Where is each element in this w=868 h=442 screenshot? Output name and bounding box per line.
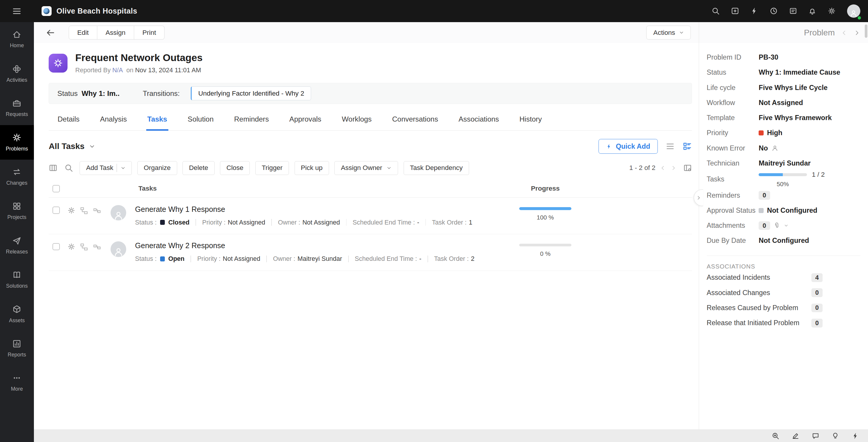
hamburger-menu-icon[interactable] xyxy=(0,6,34,16)
tab-worklogs[interactable]: Worklogs xyxy=(341,109,373,131)
feedback-compose-icon[interactable] xyxy=(792,432,799,440)
sidebar-item-reports[interactable]: Reports xyxy=(0,331,34,365)
task-progress-bar xyxy=(519,207,571,210)
task-owner-avatar xyxy=(111,241,126,257)
chevron-down-icon xyxy=(89,143,95,150)
task-filter-dropdown[interactable]: All Tasks xyxy=(49,142,95,151)
associated-changes-count[interactable]: 0 xyxy=(811,288,823,297)
back-arrow-icon[interactable] xyxy=(45,28,55,38)
detail-view-icon[interactable] xyxy=(683,142,692,151)
history-icon[interactable] xyxy=(770,7,778,15)
edit-button[interactable]: Edit xyxy=(69,26,97,39)
next-record-icon[interactable] xyxy=(854,30,860,36)
tab-analysis[interactable]: Analysis xyxy=(99,109,128,131)
task-dependency-button[interactable]: Task Dependency xyxy=(404,161,469,175)
sidebar-item-changes[interactable]: Changes xyxy=(0,159,34,194)
app-logo[interactable] xyxy=(41,6,52,16)
row-checkbox[interactable] xyxy=(53,207,60,214)
tab-associations[interactable]: Associations xyxy=(458,109,500,131)
task-title[interactable]: Generate Why 2 Response xyxy=(135,241,493,250)
technician-value: Maitreyi Sundar xyxy=(758,159,810,167)
search-icon[interactable] xyxy=(711,7,720,15)
zia-search-icon[interactable] xyxy=(772,432,779,440)
sidebar-item-problems[interactable]: Problems xyxy=(0,125,34,159)
attachments-count-badge[interactable]: 0 xyxy=(758,221,770,230)
subtask-icon[interactable] xyxy=(80,242,88,252)
subtask-icon[interactable] xyxy=(80,206,88,215)
sidebar-item-releases[interactable]: Releases xyxy=(0,228,34,263)
next-page-icon[interactable] xyxy=(671,165,677,171)
add-column-icon[interactable] xyxy=(49,164,58,172)
previous-page-icon[interactable] xyxy=(660,165,666,171)
associated-incidents-count[interactable]: 4 xyxy=(811,273,823,282)
requests-icon xyxy=(12,98,22,108)
pick-up-button[interactable]: Pick up xyxy=(294,161,329,175)
sidebar-item-projects[interactable]: Projects xyxy=(0,194,34,228)
reported-on-value: Nov 13, 2024 11:01 AM xyxy=(135,66,201,74)
tab-history[interactable]: History xyxy=(518,109,543,131)
notifications-bell-icon[interactable] xyxy=(808,7,816,15)
task-settings-gear-icon[interactable] xyxy=(63,241,80,251)
tab-details[interactable]: Details xyxy=(57,109,81,131)
dependency-icon[interactable] xyxy=(93,242,101,252)
dependency-icon[interactable] xyxy=(93,206,101,215)
list-view-icon[interactable] xyxy=(665,142,675,151)
previous-record-icon[interactable] xyxy=(841,30,848,36)
tab-solution[interactable]: Solution xyxy=(187,109,215,131)
zia-bolt-icon[interactable] xyxy=(750,7,758,15)
select-all-checkbox[interactable] xyxy=(53,185,60,192)
table-settings-icon[interactable] xyxy=(683,164,692,172)
person-icon[interactable] xyxy=(771,145,778,152)
title-row: Frequent Network Outages Reported ByN/A … xyxy=(49,52,692,74)
transitions-label: Transitions: xyxy=(143,89,180,98)
association-row: Release that Initiated Problem 0 xyxy=(707,316,860,330)
transition-action-button[interactable]: Underlying Factor Identified - Why 2 xyxy=(191,86,311,100)
reminders-count-badge[interactable]: 0 xyxy=(758,191,770,200)
print-button[interactable]: Print xyxy=(134,26,165,39)
task-status-value: Closed xyxy=(168,218,190,226)
tab-conversations[interactable]: Conversations xyxy=(391,109,439,131)
sidebar-item-solutions[interactable]: Solutions xyxy=(0,263,34,297)
presence-status-dot xyxy=(857,16,862,20)
sidebar-item-activities[interactable]: Activities xyxy=(0,57,34,91)
quick-add-button[interactable]: Quick Add xyxy=(598,139,658,154)
whats-new-icon[interactable] xyxy=(731,7,739,15)
search-tasks-icon[interactable] xyxy=(64,164,73,172)
row-checkbox[interactable] xyxy=(53,243,60,250)
org-name: Olive Beach Hospitals xyxy=(56,7,137,16)
delete-button[interactable]: Delete xyxy=(183,161,214,175)
trigger-button[interactable]: Trigger xyxy=(255,161,289,175)
pagination-range: 1 - 2 of 2 xyxy=(629,164,655,172)
releases-caused-count[interactable]: 0 xyxy=(811,304,823,313)
close-button[interactable]: Close xyxy=(220,161,250,175)
chat-icon[interactable] xyxy=(812,432,819,440)
tab-tasks[interactable]: Tasks xyxy=(146,109,168,131)
organize-button[interactable]: Organize xyxy=(137,161,177,175)
user-avatar[interactable] xyxy=(847,4,860,18)
add-task-button[interactable]: Add Task xyxy=(80,161,132,175)
actions-menu-button[interactable]: Actions xyxy=(646,26,691,39)
workflow-value: Not Assigned xyxy=(758,99,803,107)
activities-icon xyxy=(12,64,22,74)
chevron-down-icon[interactable] xyxy=(784,224,788,228)
sidebar-item-requests[interactable]: Requests xyxy=(0,91,34,125)
idea-bulb-icon[interactable] xyxy=(832,432,839,440)
assign-button[interactable]: Assign xyxy=(97,26,134,39)
task-settings-gear-icon[interactable] xyxy=(63,205,80,214)
sidebar-item-assets[interactable]: Assets xyxy=(0,297,34,331)
status-swatch xyxy=(160,220,165,225)
sidebar-item-more[interactable]: More xyxy=(0,365,34,400)
feedback-icon[interactable] xyxy=(789,7,797,15)
task-row: Generate Why 1 Response Status : Closed … xyxy=(49,198,692,234)
tab-reminders[interactable]: Reminders xyxy=(233,109,270,131)
assign-owner-button[interactable]: Assign Owner xyxy=(334,161,398,175)
settings-gear-icon[interactable] xyxy=(828,7,836,15)
task-title[interactable]: Generate Why 1 Response xyxy=(135,205,493,214)
vertical-scrollbar[interactable] xyxy=(865,25,867,38)
tab-approvals[interactable]: Approvals xyxy=(288,109,322,131)
reported-by-value[interactable]: N/A xyxy=(112,66,123,74)
quick-actions-icon[interactable] xyxy=(851,432,859,440)
release-initiated-count[interactable]: 0 xyxy=(811,319,823,327)
paperclip-icon[interactable] xyxy=(773,222,780,229)
sidebar-item-home[interactable]: Home xyxy=(0,22,34,56)
